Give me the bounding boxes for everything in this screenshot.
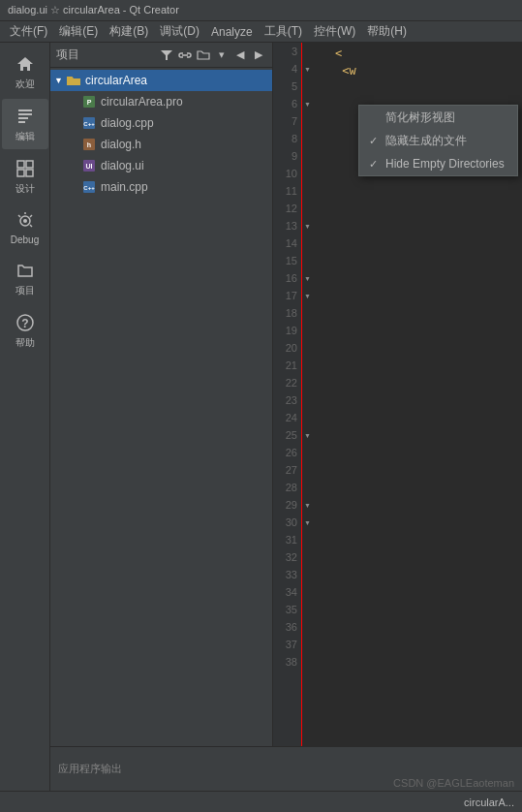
- file-name-dialog-cpp: dialog.cpp: [101, 116, 154, 130]
- line-number-11: 11: [273, 182, 301, 200]
- line-number-16: 16: [273, 269, 301, 287]
- line-number-34: 34: [273, 583, 301, 601]
- watermark: CSDN @EAGLEaoteman: [393, 777, 514, 789]
- menu-edit[interactable]: 编辑(E): [53, 23, 104, 40]
- svg-text:P: P: [87, 99, 92, 106]
- nav-left-icon[interactable]: ◀: [232, 47, 248, 63]
- svg-rect-1: [18, 113, 32, 115]
- line-number-36: 36: [273, 618, 301, 636]
- sidebar-label-debug: Debug: [11, 234, 39, 245]
- svg-rect-6: [17, 170, 24, 176]
- svg-rect-7: [26, 170, 33, 176]
- line-number-19: 19: [273, 322, 301, 339]
- sidebar-item-design[interactable]: 设计: [2, 151, 48, 202]
- status-right: circularA...: [464, 796, 514, 808]
- code-line-9: [335, 184, 518, 202]
- line-number-18: 18: [273, 304, 301, 322]
- line-number-35: 35: [273, 601, 301, 618]
- menu-build[interactable]: 构建(B): [104, 23, 154, 40]
- svg-text:h: h: [87, 141, 91, 148]
- context-menu: 简化树形视图 隐藏生成的文件 Hide Empty Directories: [358, 105, 518, 176]
- menu-item-hide-empty-dirs[interactable]: Hide Empty Directories: [359, 152, 517, 175]
- sidebar-item-edit[interactable]: 编辑: [2, 99, 48, 149]
- file-name-dialog-ui: dialog.ui: [101, 159, 144, 172]
- sidebar: 欢迎 编辑 设计: [0, 43, 50, 791]
- hide-generated-label: 隐藏生成的文件: [385, 133, 467, 149]
- hide-empty-dirs-label: Hide Empty Directories: [385, 157, 505, 171]
- line-number-28: 28: [273, 479, 301, 496]
- tree-item-root[interactable]: ▼ circularArea: [50, 70, 272, 91]
- debug-icon: [14, 209, 37, 233]
- simplified-tree-label: 简化树形视图: [385, 109, 455, 126]
- collapse-icon[interactable]: ▾: [214, 47, 230, 63]
- svg-rect-3: [18, 121, 25, 123]
- line-number-26: 26: [273, 444, 301, 461]
- line-number-37: 37: [273, 636, 301, 653]
- line-number-9: 9: [273, 147, 301, 165]
- line-number-31: 31: [273, 531, 301, 548]
- pro-file-icon: P: [81, 94, 97, 109]
- project-panel: 项目: [50, 43, 273, 791]
- line-number-14: 14: [273, 234, 301, 252]
- line-number-6: 6: [273, 95, 301, 112]
- line-number-25: 25: [273, 426, 301, 444]
- sidebar-item-project[interactable]: 项目: [2, 253, 48, 303]
- sidebar-label-project: 项目: [15, 284, 35, 297]
- folder-icon[interactable]: [196, 47, 211, 63]
- svg-text:UI: UI: [86, 163, 93, 170]
- svg-text:?: ?: [21, 317, 28, 330]
- menu-help[interactable]: 帮助(H): [361, 23, 413, 40]
- root-folder-name: circularArea: [85, 74, 147, 87]
- sidebar-label-design: 设计: [15, 182, 35, 196]
- code-line-2: <w: [335, 62, 518, 79]
- filter-icon[interactable]: [159, 47, 174, 63]
- line-number-4: 4: [273, 60, 301, 78]
- svg-line-13: [18, 215, 20, 217]
- line-number-3: 3: [273, 43, 301, 60]
- bottom-panel-label: 应用程序输出: [58, 762, 122, 776]
- line-number-27: 27: [273, 461, 301, 479]
- edit-icon: [14, 105, 37, 128]
- line-numbers: 3456789101112131415161718192021222324252…: [273, 43, 302, 791]
- svg-point-9: [23, 219, 27, 223]
- file-name-main-cpp: main.cpp: [101, 180, 148, 194]
- line-number-24: 24: [273, 409, 301, 426]
- link-icon[interactable]: [177, 47, 193, 63]
- menu-item-hide-generated[interactable]: 隐藏生成的文件: [359, 129, 517, 152]
- sidebar-item-debug[interactable]: Debug: [2, 203, 48, 251]
- tree-item-dialog-cpp[interactable]: C++ dialog.cpp: [50, 112, 272, 134]
- line-number-20: 20: [273, 339, 301, 357]
- line-number-21: 21: [273, 357, 301, 374]
- code-line-3: [335, 79, 518, 97]
- tree-item-main-cpp[interactable]: C++ main.cpp: [50, 176, 272, 198]
- menu-item-simplified-tree[interactable]: 简化树形视图: [359, 106, 517, 129]
- line-number-30: 30: [273, 514, 301, 531]
- tree-item-dialog-ui[interactable]: UI dialog.ui: [50, 155, 272, 176]
- menu-controls[interactable]: 控件(W): [308, 23, 361, 40]
- sidebar-item-help[interactable]: ? 帮助: [2, 305, 48, 356]
- h-file-icon: h: [81, 137, 97, 152]
- sidebar-item-welcome[interactable]: 欢迎: [2, 47, 48, 97]
- cpp-file-icon-2: C++: [81, 179, 97, 195]
- svg-rect-2: [18, 117, 28, 119]
- line-number-7: 7: [273, 112, 301, 130]
- svg-line-12: [30, 225, 32, 227]
- window-title: dialog.ui ☆ circularArea - Qt Creator: [8, 4, 179, 16]
- file-name-dialog-h: dialog.h: [101, 138, 141, 151]
- menu-tools[interactable]: 工具(T): [259, 23, 308, 40]
- menu-debug[interactable]: 调试(D): [154, 23, 205, 40]
- svg-rect-0: [18, 109, 32, 111]
- line-number-17: 17: [273, 287, 301, 304]
- line-number-5: 5: [273, 78, 301, 95]
- project-icon: [14, 259, 37, 282]
- menu-file[interactable]: 文件(F): [4, 23, 53, 40]
- menu-analyze[interactable]: Analyze: [205, 25, 259, 39]
- tree-item-pro[interactable]: P circularArea.pro: [50, 91, 272, 112]
- tree-item-dialog-h[interactable]: h dialog.h: [50, 134, 272, 155]
- line-number-33: 33: [273, 566, 301, 583]
- line-number-22: 22: [273, 374, 301, 391]
- design-icon: [14, 157, 37, 180]
- line-number-13: 13: [273, 217, 301, 234]
- nav-right-icon[interactable]: ▶: [251, 47, 266, 63]
- menu-bar: 文件(F) 编辑(E) 构建(B) 调试(D) Analyze 工具(T) 控件…: [0, 21, 522, 43]
